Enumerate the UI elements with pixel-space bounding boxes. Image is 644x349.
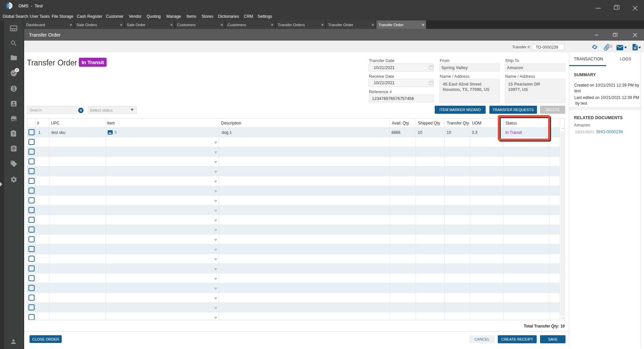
svg-text:?: ? <box>12 132 14 136</box>
